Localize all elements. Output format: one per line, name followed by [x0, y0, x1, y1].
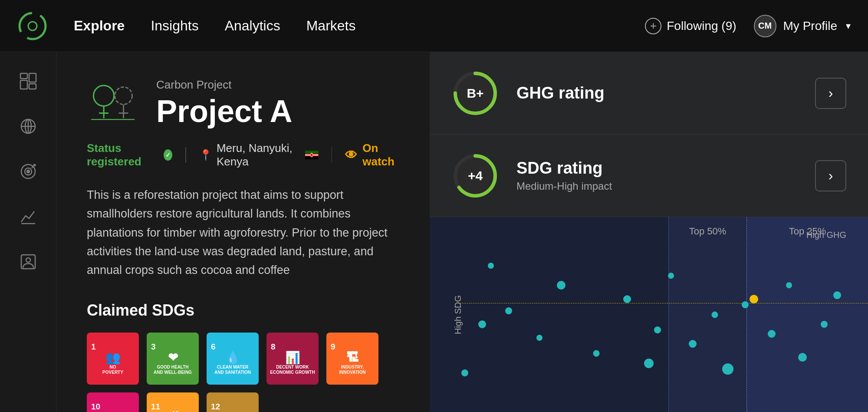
nav-right: + Following (9) CM My Profile ▾ [645, 15, 851, 37]
status-divider [185, 147, 186, 163]
status-row: Status registered 📍 Meru, Nanyuki, Kenya [87, 142, 399, 168]
sidebar-item-contact[interactable] [16, 250, 40, 274]
sidebar-item-globe[interactable] [16, 115, 40, 138]
scatter-dot [654, 326, 661, 333]
scatter-dot [821, 321, 828, 328]
svg-point-0 [20, 13, 46, 39]
sdg-rating-arrow[interactable]: › [815, 160, 846, 191]
sdg-rating-info: SDG rating Medium-High impact [516, 159, 798, 192]
scatter-dot [623, 295, 631, 303]
svg-point-30 [311, 153, 313, 157]
scatter-dot [536, 335, 542, 341]
right-panel: B+ GHG rating › +4 SDG rating [430, 52, 868, 412]
sdg-section-title: Claimed SDGs [87, 301, 399, 320]
scatter-dot [478, 320, 486, 328]
chart-zone-top25: Top 25% [746, 217, 868, 412]
chart-y-label: High SDG [453, 295, 463, 334]
project-header: Carbon Project Project A [87, 78, 399, 129]
svg-point-1 [28, 22, 37, 30]
scatter-dot [742, 301, 749, 308]
watch-divider [332, 147, 332, 163]
sdg-icon-6[interactable]: 6 💧 CLEAN WATERAND SANITATION [207, 333, 259, 385]
sdg-rating-subtitle: Medium-High impact [516, 180, 798, 192]
highlight-dot [750, 295, 758, 303]
scatter-dot [722, 363, 733, 375]
avatar: CM [754, 15, 776, 37]
status-check-icon [164, 149, 172, 161]
project-description: This is a reforestation project that aim… [87, 186, 399, 280]
chart-zone-top50: Top 50% [668, 217, 746, 412]
status-registered: Status registered [87, 142, 172, 168]
project-icon [87, 81, 139, 126]
scatter-dot [668, 273, 674, 279]
sdg-icon-8[interactable]: 8 📊 DECENT WORKECONOMIC GROWTH [266, 333, 319, 385]
scatter-dot [488, 263, 494, 269]
project-title-block: Carbon Project Project A [156, 78, 292, 129]
nav-explore[interactable]: Explore [74, 18, 125, 34]
location-text: Meru, Nanyuki, Kenya [217, 142, 301, 168]
logo[interactable] [17, 11, 48, 41]
svg-rect-4 [29, 73, 36, 82]
sdg-icon-9[interactable]: 9 🏗 INDUSTRY,INNOVATION [326, 333, 378, 385]
sdg-icon-1[interactable]: 1 👥 NOPOVERTY [87, 333, 139, 385]
topnav: Explore Insights Analytics Markets + Fol… [0, 0, 868, 52]
sidebar-item-dashboard[interactable] [16, 69, 40, 93]
sdg-rating-card: +4 SDG rating Medium-High impact › [430, 135, 868, 217]
location-pin-icon: 📍 [199, 149, 212, 161]
sidebar [0, 52, 56, 412]
ghg-rating-info: GHG rating [516, 84, 798, 102]
scatter-dot [461, 369, 468, 376]
chart-panel: Top 50% Top 25% High GHG High SDG [430, 217, 868, 412]
sdg-rating-label: +4 [468, 168, 483, 183]
main-layout: Carbon Project Project A Status register… [0, 52, 868, 412]
chart-x-label: High GHG [806, 230, 846, 240]
profile-button[interactable]: CM My Profile ▾ [754, 15, 851, 37]
project-name: Project A [156, 94, 292, 129]
nav-links: Explore Insights Analytics Markets [74, 18, 645, 34]
nav-markets[interactable]: Markets [306, 18, 356, 34]
svg-point-16 [26, 258, 30, 262]
status-label: Status registered [87, 142, 159, 168]
svg-point-20 [115, 87, 132, 105]
eye-icon: 👁 [345, 148, 357, 162]
chevron-down-icon: ▾ [846, 20, 851, 32]
ghg-rating-card: B+ GHG rating › [430, 52, 868, 135]
sdg-rating-title: SDG rating [516, 159, 798, 178]
scatter-dot [711, 311, 718, 318]
kenya-flag-icon [305, 149, 318, 161]
sdg-icon-11[interactable]: 11 🏙 SUSTAINABLECITIES [147, 392, 199, 412]
sidebar-item-analytics[interactable] [16, 205, 40, 228]
nav-analytics[interactable]: Analytics [225, 18, 280, 34]
on-watch-badge: 👁 On watch [345, 142, 399, 168]
scatter-dot [798, 353, 807, 362]
sidebar-item-target[interactable] [16, 160, 40, 183]
ghg-rating-circle: B+ [451, 69, 499, 117]
following-button[interactable]: + Following (9) [645, 18, 736, 34]
chart-dashed-horizontal [456, 303, 868, 303]
scatter-dot [689, 340, 697, 348]
svg-rect-3 [20, 80, 27, 89]
project-type: Carbon Project [156, 78, 292, 92]
nav-insights[interactable]: Insights [151, 18, 198, 34]
sdg-icon-12[interactable]: 12 ♾ RESPONSIBLECONSUMPTION [207, 392, 259, 412]
ghg-rating-title: GHG rating [516, 84, 798, 102]
scatter-dot [833, 291, 841, 299]
svg-rect-2 [20, 73, 27, 79]
scatter-dot [557, 281, 566, 290]
scatter-dot [644, 359, 654, 368]
sdg-icon-10[interactable]: 10 ⚖ REDUCEDINEQUALITIES [87, 392, 139, 412]
svg-point-12 [27, 170, 30, 173]
ghg-rating-arrow[interactable]: › [815, 78, 846, 109]
sdg-icons: 1 👥 NOPOVERTY 3 ❤ GOOD HEALTHAND WELL-BE… [87, 333, 399, 412]
svg-point-17 [93, 86, 114, 106]
sdg-rating-circle: +4 [451, 152, 499, 200]
left-panel: Carbon Project Project A Status register… [56, 52, 430, 412]
scatter-dot [786, 282, 792, 288]
scatter-dot [593, 350, 599, 357]
profile-label: My Profile [783, 19, 837, 33]
on-watch-label: On watch [362, 142, 399, 168]
sdg-icon-3[interactable]: 3 ❤ GOOD HEALTHAND WELL-BEING [147, 333, 199, 385]
svg-rect-5 [29, 84, 36, 89]
location: 📍 Meru, Nanyuki, Kenya [199, 142, 319, 168]
following-label: Following (9) [667, 19, 736, 33]
